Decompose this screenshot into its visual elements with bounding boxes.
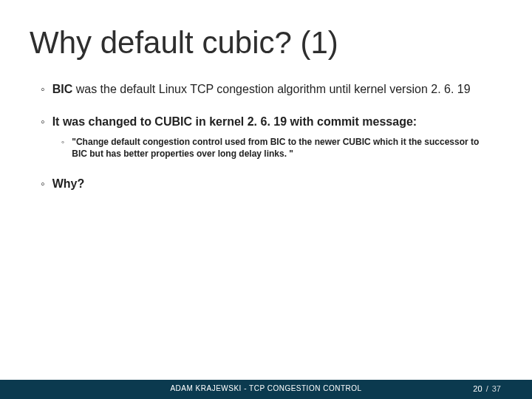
page-current: 20 <box>473 384 482 393</box>
bullet-text: It was changed to CUBIC in kernel 2. 6. … <box>52 114 417 130</box>
bullet-bold-prefix: BIC <box>52 83 73 95</box>
slide-title: Why default cubic? (1) <box>30 25 338 61</box>
page-sep: / <box>484 384 491 393</box>
slide-content: ◦ BIC was the default Linux TCP congesti… <box>41 81 488 208</box>
page-total: 37 <box>492 384 501 393</box>
footer-author-text: ADAM KRAJEWSKI - TCP CONGESTION CONTROL <box>0 384 532 392</box>
bullet-rest: was the default Linux TCP congestion alg… <box>72 83 470 95</box>
bullet-item-1: ◦ BIC was the default Linux TCP congesti… <box>41 81 488 98</box>
bullet-text: Why? <box>52 176 85 192</box>
footer-bar: ADAM KRAJEWSKI - TCP CONGESTION CONTROL … <box>0 380 532 399</box>
page-indicator: 20 / 37 <box>473 384 501 393</box>
bullet-item-2: ◦ It was changed to CUBIC in kernel 2. 6… <box>41 114 488 130</box>
bullet-marker: ◦ <box>41 81 45 98</box>
slide: Why default cubic? (1) ◦ BIC was the def… <box>0 0 532 399</box>
bullet-marker: ◦ <box>41 114 45 130</box>
bullet-item-3: ◦ Why? <box>41 176 488 192</box>
bullet-marker: ◦ <box>61 136 64 160</box>
sub-bullet-text: "Change default congestion control used … <box>72 136 488 160</box>
bullet-text: BIC was the default Linux TCP congestion… <box>52 81 471 98</box>
sub-bullet-item: ◦ "Change default congestion control use… <box>61 136 488 160</box>
bullet-marker: ◦ <box>41 176 45 192</box>
